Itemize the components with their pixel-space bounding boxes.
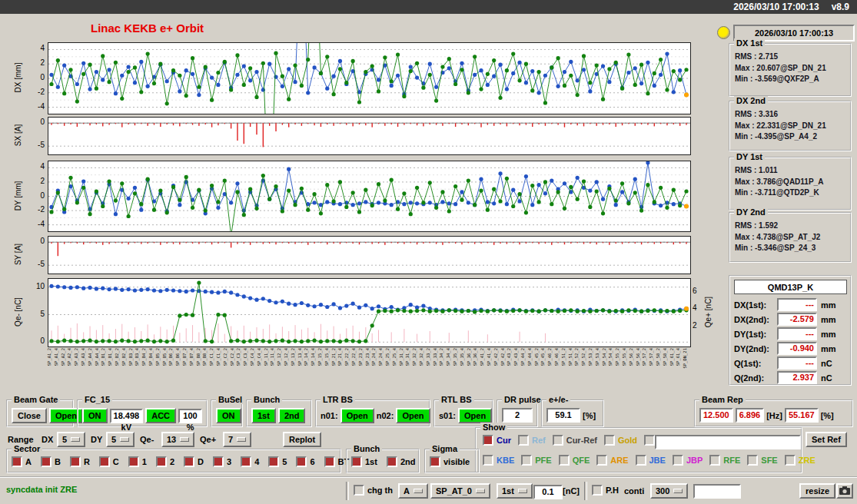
- checkbox-label: Cur-Ref: [566, 436, 597, 445]
- checkbox-ref[interactable]: Ref: [518, 435, 546, 446]
- checkbox-a[interactable]: A: [12, 456, 32, 467]
- checkbox-b[interactable]: B: [41, 456, 61, 467]
- ltr-n02-open-button[interactable]: Open: [396, 408, 430, 423]
- x-axis-label: SP_55_4: [623, 348, 627, 366]
- y-tick-label-right: 6: [693, 287, 697, 295]
- checkbox-sfe[interactable]: SFE: [747, 455, 777, 466]
- group-title: FC_15: [82, 395, 112, 404]
- ph-label: P.H: [606, 486, 619, 495]
- checkbox-4[interactable]: 4: [241, 456, 259, 467]
- checkbox-gold[interactable]: Gold: [604, 435, 637, 446]
- x-axis-label: SP_53_2: [589, 348, 593, 366]
- screenshot-button[interactable]: [836, 483, 853, 499]
- checkbox-indicator: [785, 455, 796, 466]
- x-axis-label: SP_53_4: [596, 348, 600, 366]
- checkbox-label: Cur: [497, 436, 511, 445]
- sector-dropdown[interactable]: A: [398, 483, 428, 499]
- checkbox-rfe[interactable]: RFE: [709, 455, 740, 466]
- min-value: Min : -3.711@QTD2P_K: [735, 187, 850, 199]
- checkbox-indicator: [41, 456, 51, 467]
- bpm-dropdown[interactable]: SP_AT_0: [430, 483, 490, 499]
- range-qem-dropdown[interactable]: 13: [161, 432, 194, 447]
- checkbox-d[interactable]: D: [184, 456, 204, 467]
- checkbox-indicator: [430, 456, 440, 467]
- checkbox-label: C: [113, 457, 119, 466]
- bunch-2nd-button[interactable]: 2nd: [278, 408, 306, 423]
- ltr-n01-open-button[interactable]: Open: [340, 408, 374, 423]
- resize-button[interactable]: resize: [799, 483, 835, 499]
- dropdown-indicator-icon: [71, 437, 80, 442]
- checkbox-visible[interactable]: visible: [430, 456, 470, 467]
- replot-button[interactable]: Replot: [283, 432, 321, 447]
- checkbox-3[interactable]: 3: [213, 456, 231, 467]
- checkbox-zre[interactable]: ZRE: [785, 455, 815, 466]
- aux-input[interactable]: [693, 484, 741, 499]
- bunch-dropdown-value: 1st: [502, 486, 514, 496]
- checkbox-kbe[interactable]: KBE: [483, 455, 514, 466]
- set-ref-button[interactable]: Set Ref: [806, 432, 847, 447]
- bunch-dropdown[interactable]: 1st: [497, 483, 533, 499]
- rtl-s01-open-button[interactable]: Open: [458, 408, 492, 423]
- monitor-row-unit: nC: [821, 359, 832, 368]
- x-axis-label: SP_33_2: [427, 348, 431, 366]
- min-value: Min : -5.346@SP_24_3: [735, 243, 850, 254]
- camera-icon: [839, 487, 850, 496]
- x-axis-label: SP_61_2: [670, 348, 675, 366]
- beam-gate-close-button[interactable]: Close: [12, 408, 47, 423]
- monitor-row-label: Q(1st):: [734, 359, 777, 368]
- busel-group: BuSel ON: [211, 400, 243, 427]
- checkbox-label: visible: [443, 457, 470, 466]
- conti-count-dropdown[interactable]: 300: [650, 483, 688, 499]
- monitor-name: QMD13P_K: [734, 280, 847, 294]
- checkbox-cur[interactable]: Cur: [483, 435, 511, 446]
- x-axis-label: SP_43_4: [514, 348, 519, 366]
- checkbox-5[interactable]: 5: [268, 456, 287, 467]
- x-axis-label: SP_B2_4: [122, 348, 127, 366]
- monitor-panel: QMD13P_K DX(1st):---mm DX(2nd):-2.579mm …: [729, 275, 852, 386]
- checkbox-r[interactable]: R: [70, 456, 90, 467]
- checkbox-jbe[interactable]: JBE: [636, 455, 666, 466]
- checkbox-jbp[interactable]: JBP: [673, 455, 703, 466]
- checkbox-c[interactable]: C: [99, 456, 119, 467]
- busel-on-button[interactable]: ON: [216, 408, 241, 423]
- x-axis-label: SP_B2_2: [115, 348, 120, 366]
- x-axis-label: SP_32_2: [413, 348, 417, 366]
- checkbox-2nd[interactable]: 2nd: [387, 456, 416, 467]
- checkbox-indicator: [518, 435, 529, 446]
- status-led: [717, 26, 730, 39]
- range-dx-dropdown[interactable]: 5: [57, 432, 85, 447]
- checkbox-are[interactable]: ARE: [596, 455, 628, 466]
- range-dy-dropdown[interactable]: 5: [106, 432, 135, 447]
- checkbox-pfe[interactable]: PFE: [521, 455, 551, 466]
- checkbox-indicator: [128, 456, 139, 467]
- checkbox-1[interactable]: 1: [128, 456, 147, 467]
- y-tick-label: 2: [40, 58, 45, 67]
- checkbox-label: Ref: [532, 436, 546, 445]
- checkbox-qfe[interactable]: QFE: [559, 455, 590, 466]
- checkbox-indicator: [213, 456, 224, 467]
- x-axis-label: SP_C2_2: [224, 348, 228, 366]
- y-tick-label: -5: [38, 260, 45, 268]
- chg-th-checkbox[interactable]: chg th: [354, 485, 393, 496]
- x-axis-label: SP_56_2: [629, 348, 634, 366]
- range-qep-dropdown[interactable]: 7: [223, 432, 251, 447]
- x-axis-label: SP_B5_2: [156, 348, 161, 366]
- monitor-row-value: -2.579: [777, 313, 817, 326]
- ref-file-input[interactable]: [655, 435, 801, 449]
- threshold-field[interactable]: 0.1: [533, 485, 563, 499]
- chg-th-label: chg th: [367, 486, 393, 495]
- x-axis-label: SP_B4_4: [149, 348, 154, 366]
- bpm-dropdown-value: SP_AT_0: [436, 486, 472, 496]
- checkbox-6[interactable]: 6: [296, 456, 314, 467]
- beam-rep-value3: 55.167: [785, 408, 819, 423]
- x-axis-label: SP_11_4: [271, 348, 275, 366]
- checkbox-2[interactable]: 2: [156, 456, 174, 467]
- fc15-acc-button[interactable]: ACC: [145, 408, 176, 423]
- ph-checkbox[interactable]: P.H: [592, 485, 619, 496]
- dx-yticks: 420-2-4: [25, 42, 46, 113]
- checkbox-1st[interactable]: 1st: [351, 456, 377, 467]
- checkbox-cur-ref[interactable]: Cur-Ref: [553, 435, 597, 446]
- separator: [346, 482, 349, 500]
- fc15-on-button[interactable]: ON: [82, 408, 108, 423]
- bunch-1st-button[interactable]: 1st: [251, 408, 276, 423]
